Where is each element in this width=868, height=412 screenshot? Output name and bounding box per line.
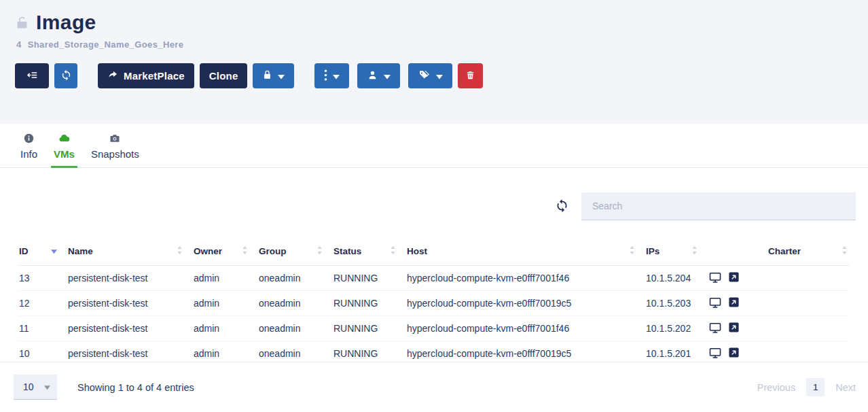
table-refresh-button[interactable]: [555, 199, 569, 215]
labels-dropdown-button[interactable]: [408, 63, 452, 88]
column-header-actions: [708, 237, 768, 266]
vm-table: ID Name Owner Group Status: [19, 237, 849, 366]
vm-ip-cell: 10.1.5.202: [646, 316, 708, 341]
vnc-monitor-icon: [708, 351, 722, 362]
sort-desc-icon: [51, 246, 57, 256]
vm-owner-cell: admin: [194, 291, 259, 316]
current-page-button[interactable]: 1: [806, 378, 825, 396]
caret-down-icon: [384, 70, 391, 82]
sort-toggle-icon: [390, 245, 396, 257]
vnc-monitor-icon: [708, 326, 722, 337]
column-header-status[interactable]: Status: [333, 237, 407, 266]
vnc-button[interactable]: [708, 322, 722, 334]
column-header-group[interactable]: Group: [259, 237, 333, 266]
camera-icon: [109, 132, 121, 144]
open-external-button[interactable]: [728, 322, 740, 334]
vm-id-cell: 13: [19, 266, 68, 291]
ellipsis-icon: [324, 69, 327, 84]
trash-icon: [465, 69, 475, 83]
breadcrumb: 4 Shared_Storage_Name_Goes_Here: [16, 39, 868, 50]
toolbar: MarketPlace Clone: [15, 63, 868, 88]
sort-toggle-icon: [317, 245, 323, 257]
external-link-icon: [728, 300, 740, 310]
delete-button[interactable]: [458, 63, 483, 88]
vm-ip-cell: 10.1.5.203: [646, 291, 708, 316]
user-icon: [367, 69, 378, 83]
vm-group-cell: oneadmin: [259, 316, 333, 341]
vm-host-cell: hypercloud-compute-kvm-e0fff7001f46: [407, 316, 646, 341]
title-row: Image: [15, 11, 868, 34]
refresh-icon: [60, 69, 72, 83]
actions-dropdown-button[interactable]: [314, 63, 349, 88]
sort-toggle-icon: [842, 245, 848, 257]
tab-info[interactable]: Info: [19, 132, 39, 167]
sort-toggle-icon: [629, 245, 635, 257]
vm-id-cell: 11: [19, 316, 68, 341]
refresh-icon: [555, 205, 569, 215]
vm-name-cell: persistent-disk-test: [68, 316, 194, 341]
tab-snapshots[interactable]: Snapshots: [90, 132, 141, 167]
caret-down-icon: [278, 70, 285, 82]
tab-info-label: Info: [20, 148, 37, 160]
column-header-name[interactable]: Name: [68, 237, 194, 266]
clone-button[interactable]: Clone: [200, 63, 248, 88]
refresh-button[interactable]: [54, 63, 77, 88]
column-header-host[interactable]: Host: [407, 237, 646, 266]
marketplace-button[interactable]: MarketPlace: [98, 63, 194, 88]
pagination: Previous 1 Next: [757, 378, 856, 396]
vnc-button[interactable]: [708, 271, 722, 284]
resource-name: Shared_Storage_Name_Goes_Here: [28, 39, 184, 50]
clone-label: Clone: [209, 70, 238, 82]
next-page-button[interactable]: Next: [835, 382, 856, 393]
caret-down-icon: [44, 381, 50, 392]
marketplace-label: MarketPlace: [124, 70, 185, 82]
tab-vms-label: VMs: [54, 148, 75, 160]
open-external-button[interactable]: [728, 296, 740, 309]
share-icon: [107, 69, 118, 82]
back-to-list-icon: [25, 69, 39, 83]
table-footer: 10 Showing 1 to 4 of 4 entries Previous …: [0, 362, 868, 412]
table-header-row: ID Name Owner Group Status: [19, 237, 849, 266]
page-size-select[interactable]: 10: [14, 375, 57, 400]
sort-toggle-icon: [242, 245, 248, 257]
previous-page-button[interactable]: Previous: [757, 382, 795, 393]
vm-charter-cell: [768, 316, 849, 341]
showing-entries-text: Showing 1 to 4 of 4 entries: [77, 382, 194, 393]
vnc-button[interactable]: [708, 296, 722, 309]
vnc-monitor-icon: [708, 276, 722, 286]
sort-toggle-icon: [691, 245, 698, 257]
vm-name-cell: persistent-disk-test: [68, 266, 194, 291]
open-external-button[interactable]: [728, 347, 740, 360]
vm-host-cell: hypercloud-compute-kvm-e0fff7001f46: [407, 266, 646, 291]
vm-actions-cell: [708, 266, 768, 291]
open-external-button[interactable]: [728, 271, 740, 284]
vm-owner-cell: admin: [194, 266, 259, 291]
detail-tabs: Info VMs Snapshots: [0, 124, 868, 168]
column-header-owner[interactable]: Owner: [194, 237, 259, 266]
page-header-section: Image 4 Shared_Storage_Name_Goes_Here Ma…: [0, 0, 868, 124]
tab-vms[interactable]: VMs: [52, 132, 76, 167]
column-header-ips[interactable]: IPs: [646, 237, 708, 266]
table-row[interactable]: 11 persistent-disk-test admin oneadmin R…: [19, 316, 849, 341]
column-header-charter[interactable]: Charter: [768, 237, 849, 266]
table-row[interactable]: 13 persistent-disk-test admin oneadmin R…: [19, 266, 849, 291]
ownership-dropdown-button[interactable]: [357, 63, 400, 88]
vm-actions-cell: [708, 291, 768, 316]
vm-name-cell: persistent-disk-test: [68, 291, 194, 316]
column-header-id[interactable]: ID: [19, 237, 68, 266]
vm-group-cell: oneadmin: [259, 266, 333, 291]
back-to-list-button[interactable]: [15, 63, 49, 88]
search-input[interactable]: [581, 192, 856, 220]
lock-dropdown-button[interactable]: [253, 63, 294, 88]
vm-ip-cell: 10.1.5.204: [646, 266, 708, 291]
table-row[interactable]: 12 persistent-disk-test admin oneadmin R…: [19, 291, 849, 316]
tags-icon: [418, 69, 431, 83]
vm-status-cell: RUNNING: [333, 291, 407, 316]
caret-down-icon: [436, 70, 443, 82]
vnc-button[interactable]: [708, 347, 722, 360]
caret-down-icon: [333, 70, 340, 82]
vm-status-cell: RUNNING: [333, 316, 407, 341]
vm-host-cell: hypercloud-compute-kvm-e0fff70019c5: [407, 291, 646, 316]
external-link-icon: [728, 275, 740, 285]
external-link-icon: [728, 350, 740, 360]
